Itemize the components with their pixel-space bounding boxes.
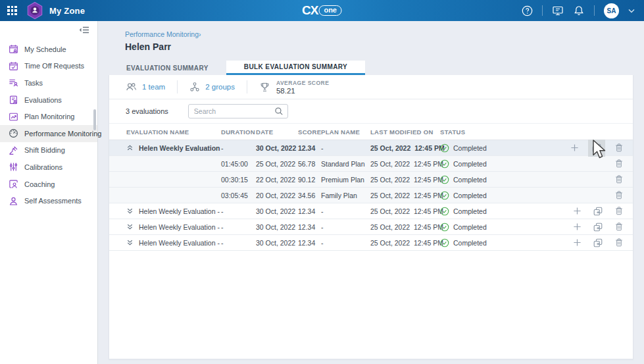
copy-button[interactable] [591,220,605,234]
sidebar-item-performance[interactable]: Performance Monitoring [0,125,97,142]
expander-icon[interactable] [126,222,134,231]
add-button[interactable] [570,236,584,250]
delete-button[interactable] [612,157,626,171]
average-score-value: 58.21 [276,87,330,95]
cell-date: 30 Oct, 2022 [256,239,298,247]
status-check-icon [440,159,449,169]
table-row[interactable]: 01:45:00 25 Oct, 2022 56.78 Standard Pla… [109,156,633,172]
status-label: Completed [453,192,487,199]
my-zone-hexagon-icon [26,1,43,20]
search-input[interactable] [188,104,288,118]
breadcrumb[interactable]: Performance Monitoring [125,30,199,38]
status-label: Completed [453,176,487,184]
cell-score: 12.34 [298,239,321,247]
main-content: Performance Monitoring› Helen Parr EVALU… [98,21,644,364]
tab-evaluation-summary[interactable]: EVALUATION SUMMARY [109,61,226,75]
schedule-icon [9,44,18,54]
groups-count-label: 2 groups [205,83,235,91]
app-launcher-icon[interactable] [7,6,17,16]
sidebar-item-evaluations[interactable]: Evaluations [0,91,97,109]
cell-score: 90.12 [298,176,321,184]
sidebar-item-label: My Schedule [24,45,66,53]
stats-row: 1 team 2 groups [109,75,633,99]
sidebar-item-shift[interactable]: Shift Bidding [0,142,97,159]
sidebar-item-calibrations[interactable]: Calibrations [0,159,97,176]
team-link[interactable]: 1 team [126,82,165,92]
search-icon[interactable] [274,107,284,118]
table-row[interactable]: 03:05:45 20 Oct, 2022 34.56 Family Plan … [109,188,633,203]
sidebar-item-timeoff[interactable]: Time Off Requests [0,58,97,75]
cell-duration: - [221,239,256,247]
add-button[interactable] [570,204,584,219]
table-row[interactable]: Helen Weekly Evaluation - June 20 - 30 O… [109,235,633,251]
help-icon[interactable] [521,5,533,16]
status-label: Completed [453,239,487,247]
tab-bulk-evaluation-summary[interactable]: BULK EVALUATION SUMMARY [226,61,365,75]
header-last-modified: LAST MODIFIED ON [370,128,440,136]
sidebar-item-plan[interactable]: Plan Monitoring [0,108,97,125]
app-title: My Zone [49,6,85,16]
add-button[interactable] [567,141,582,155]
cell-last-modified: 25 Oct, 2022 12:45 PM [370,207,440,215]
expander-icon[interactable] [126,143,134,152]
add-button[interactable] [570,220,584,234]
expander-icon[interactable] [126,207,134,215]
table-row[interactable]: 00:30:15 22 Oct, 2022 90.12 Premium Plan… [109,172,633,188]
sidebar-item-schedule[interactable]: My Schedule [0,41,97,58]
copy-button[interactable] [591,236,605,250]
sidebar: My Schedule Time Off Requests Tasks Eval… [0,21,98,364]
cell-last-modified: 25 Oct, 2022 12:45 PM [370,192,440,199]
cell-evaluation-name: Helen Weekly Evaluation - June 20 [139,207,221,215]
header-evaluation-name: EVALUATION NAME [109,128,221,136]
sidebar-item-tasks[interactable]: Tasks [0,74,97,91]
delete-button[interactable] [612,220,626,234]
cell-date: 30 Oct, 2022 [256,144,298,152]
stats-divider [247,80,247,93]
status-label: Completed [453,160,487,168]
delete-button[interactable] [612,188,626,203]
sidebar-item-self[interactable]: Self Assessments [0,192,97,209]
copy-button[interactable] [591,204,605,219]
notifications-bell-icon[interactable] [573,5,585,16]
cell-date: 25 Oct, 2022 [256,160,298,168]
table-row[interactable]: Helen Weekly Evaluation - June 20 - 30 O… [109,219,633,235]
delete-button[interactable] [612,141,626,155]
cell-score: 56.78 [298,160,321,168]
screen-monitor-icon[interactable] [552,5,564,16]
cell-last-modified: 25 Oct, 2022 12:45 PM [370,160,440,168]
status-label: Completed [453,223,487,231]
team-count-label: 1 team [142,83,165,91]
copy-button[interactable] [588,140,605,157]
groups-link[interactable]: 2 groups [189,82,235,92]
cell-date: 22 Oct, 2022 [256,176,298,184]
delete-button[interactable] [612,236,626,250]
status-label: Completed [453,144,487,152]
table-row[interactable]: Helen Weekly Evaluation - June 20 - 30 O… [109,203,633,219]
delete-button[interactable] [612,172,626,187]
page-title: Helen Parr [125,41,633,52]
status-check-icon [440,207,449,216]
cell-duration: - [221,144,256,152]
timeoff-icon [9,61,18,71]
cell-date: 30 Oct, 2022 [256,223,298,231]
evaluations-count: 3 evaluations [126,107,168,115]
cell-last-modified: 25 Oct, 2022 12:45 PM [370,239,440,247]
cell-score: 34.56 [298,192,321,199]
sidebar-scrollbar[interactable] [93,109,96,130]
cell-duration: - [221,223,256,231]
sidebar-item-label: Time Off Requests [24,62,84,70]
cell-plan-name: Premium Plan [321,176,370,184]
cell-plan-name: - [321,223,370,231]
delete-button[interactable] [612,204,626,219]
table-header-row: EVALUATION NAME DURATION DATE SCORE PLAN… [109,123,633,140]
expander-icon[interactable] [126,238,134,247]
sidebar-item-coaching[interactable]: Coaching [0,176,97,193]
table-row[interactable]: Helen Weekly Evaluation - June... - 30 O… [109,140,633,156]
cell-duration: 03:05:45 [221,192,256,199]
header-score: SCORE [298,128,321,136]
user-avatar[interactable]: SA [604,3,619,18]
evaluations-icon [9,95,18,105]
profile-chevron-down-icon[interactable] [628,9,635,13]
collapse-sidebar-icon[interactable] [79,26,89,34]
sidebar-item-label: Tasks [24,79,43,87]
